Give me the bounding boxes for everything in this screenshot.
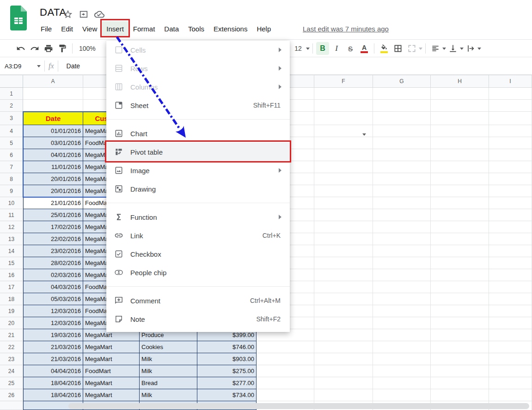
cell-A19[interactable]: 12/03/2016 [23,305,83,317]
cell-C24[interactable]: Milk [140,365,197,377]
column-header-I[interactable]: I [489,75,532,88]
row-header-1[interactable]: 1 [0,88,23,100]
row-header-18[interactable]: 18 [0,293,23,305]
row-header-16[interactable]: 16 [0,269,23,281]
row-header-7[interactable]: 7 [0,161,23,173]
cell-C26[interactable]: Milk [140,389,197,401]
font-size-select[interactable]: 12 [290,45,306,52]
row-header-9[interactable]: 9 [0,185,23,197]
cell-A7[interactable]: 11/01/2016 [23,161,83,173]
sheets-logo[interactable] [9,6,28,30]
cell-A20[interactable]: 12/03/2016 [23,317,83,329]
vertical-align-icon[interactable] [446,42,460,55]
row-header-24[interactable]: 24 [0,365,23,377]
row-header-12[interactable]: 12 [0,221,23,233]
text-rotation-icon[interactable] [464,42,477,55]
text-color-icon[interactable]: A [357,42,371,55]
row-header-27[interactable] [0,401,23,410]
cell-A26[interactable]: 18/04/2016 [23,389,83,401]
insert-menu-item-note[interactable]: NoteShift+F2 [106,310,290,328]
insert-menu-item-columns[interactable]: Columns [106,78,290,96]
cell-A8[interactable]: 20/01/2016 [23,173,83,185]
column-header-F[interactable]: F [314,75,373,88]
formula-input[interactable]: Date [67,62,80,70]
insert-menu-item-pivot-table[interactable]: Pivot table [106,143,290,161]
fill-color-icon[interactable] [377,42,391,55]
row-header-4[interactable]: 4 [0,125,23,137]
cell-B23[interactable]: MegaMart [83,353,140,365]
cell-C22[interactable]: Cookies [140,341,197,353]
row-header-15[interactable]: 15 [0,257,23,269]
row-header-5[interactable]: 5 [0,137,23,149]
cell-A22[interactable]: 21/03/2016 [23,341,83,353]
cell-D24[interactable]: $275.00 [197,365,257,377]
menu-item-help[interactable]: Help [252,21,275,36]
bold-icon[interactable]: B [316,42,330,55]
cloud-saved-icon[interactable] [94,9,104,19]
strikethrough-icon[interactable]: S [343,42,357,55]
row-header-13[interactable]: 13 [0,233,23,245]
menu-item-view[interactable]: View [78,21,102,36]
cell-B22[interactable]: MegaMart [83,341,140,353]
insert-menu-item-drawing[interactable]: Drawing [106,180,290,198]
row-header-26[interactable]: 26 [0,389,23,401]
undo-icon[interactable] [14,42,28,55]
insert-menu-item-link[interactable]: LinkCtrl+K [106,226,290,245]
cell-A5[interactable]: 03/01/2016 [23,137,83,149]
row-header-19[interactable]: 19 [0,305,23,317]
menu-item-insert[interactable]: Insert [102,21,128,36]
row-header-11[interactable]: 11 [0,209,23,221]
chevron-down-icon[interactable] [37,65,41,67]
print-icon[interactable] [42,42,55,55]
cell-A17[interactable]: 04/03/2016 [23,281,83,293]
paint-format-icon[interactable] [55,42,69,55]
cell-A16[interactable]: 02/03/2016 [23,269,83,281]
dropdown-arrow[interactable] [362,129,366,138]
cell-D22[interactable]: $746.00 [197,341,257,353]
cell-A14[interactable]: 23/02/2016 [23,245,83,257]
cell-A3[interactable]: Date [23,112,83,125]
cell-A12[interactable]: 17/02/2016 [23,221,83,233]
column-header-H[interactable]: H [431,75,489,88]
cell-A11[interactable]: 25/01/2016 [23,209,83,221]
row-header-20[interactable]: 20 [0,317,23,329]
redo-icon[interactable] [28,42,42,55]
row-header-17[interactable]: 17 [0,281,23,293]
cell-A18[interactable]: 05/03/2016 [23,293,83,305]
row-header-3[interactable]: 3 [0,112,23,125]
menu-item-file[interactable]: File [36,21,56,36]
zoom-select[interactable]: 100% [79,45,96,52]
row-header-8[interactable]: 8 [0,173,23,185]
chevron-down-icon[interactable] [477,48,481,50]
row-header-22[interactable]: 22 [0,341,23,353]
document-title[interactable]: DATA [40,6,66,18]
insert-menu-item-cells[interactable]: Cells [106,41,290,59]
row-header-23[interactable]: 23 [0,353,23,365]
cell-D23[interactable]: $903.00 [197,353,257,365]
cell-A15[interactable]: 28/02/2016 [23,257,83,269]
cell-A21[interactable]: 19/03/2016 [23,329,83,341]
cell-A4[interactable]: 01/01/2016 [23,125,83,137]
insert-menu-item-people-chip[interactable]: People chip [106,263,290,282]
column-header-A[interactable]: A [23,75,83,88]
menu-item-tools[interactable]: Tools [183,21,209,36]
insert-menu-item-function[interactable]: Function [106,208,290,226]
menu-item-format[interactable]: Format [128,21,160,36]
cell-A9[interactable]: 20/01/2016 [23,185,83,197]
cell-A10[interactable]: 21/01/2016 [23,197,83,209]
insert-menu-item-chart[interactable]: Chart [106,124,290,143]
menu-item-edit[interactable]: Edit [56,21,78,36]
cell-B26[interactable]: MegaMart [83,389,140,401]
horizontal-scrollbar[interactable] [68,403,529,409]
last-edit-link[interactable]: Last edit was 7 minutes ago [303,21,389,36]
row-header-2[interactable]: 2 [0,100,23,112]
name-box[interactable]: A3:D9 [5,63,37,70]
cell-A6[interactable]: 04/01/2016 [23,149,83,161]
insert-menu-item-checkbox[interactable]: Checkbox [106,245,290,263]
cell-C23[interactable]: Milk [140,353,197,365]
horizontal-align-icon[interactable] [428,42,442,55]
row-header-10[interactable]: 10 [0,197,23,209]
row-header-6[interactable]: 6 [0,149,23,161]
chevron-down-icon[interactable] [306,48,310,50]
cell-D25[interactable]: $277.00 [197,377,257,389]
